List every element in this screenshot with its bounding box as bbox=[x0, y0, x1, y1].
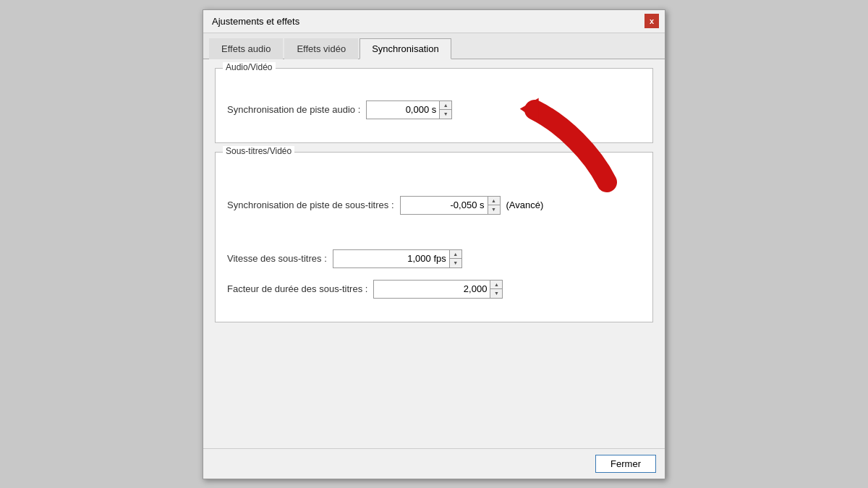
dialog-window: Ajustements et effets x Effets audio Eff… bbox=[203, 9, 665, 479]
audio-sync-spinner[interactable]: ▲ ▼ bbox=[366, 100, 452, 119]
fermer-button[interactable]: Fermer bbox=[595, 455, 656, 473]
duration-up[interactable]: ▲ bbox=[490, 281, 502, 289]
speed-label: Vitesse des sous-titres : bbox=[227, 253, 327, 264]
speed-row: Vitesse des sous-titres : ▲ ▼ bbox=[227, 249, 641, 268]
subtitle-sync-down[interactable]: ▼ bbox=[488, 205, 500, 214]
tabs-container: Effets audio Effets vidéo Synchronisatio… bbox=[203, 33, 665, 59]
audio-sync-row: Synchronisation de piste audio : ▲ ▼ bbox=[227, 100, 641, 119]
tab-effets-video[interactable]: Effets vidéo bbox=[284, 38, 358, 59]
duration-spinner-buttons: ▲ ▼ bbox=[490, 281, 502, 298]
subtitle-sync-input[interactable] bbox=[401, 198, 488, 212]
audio-video-group: Audio/Vidéo Synchronisation de piste aud… bbox=[215, 68, 653, 143]
audio-sync-spinner-buttons: ▲ ▼ bbox=[439, 101, 451, 119]
audio-video-label: Audio/Vidéo bbox=[223, 62, 276, 72]
title-bar: Ajustements et effets x bbox=[203, 10, 665, 33]
subtitle-sync-up[interactable]: ▲ bbox=[488, 197, 500, 205]
tab-content: ↺ Audio/Vidéo Synchronisation de piste a… bbox=[203, 59, 665, 448]
duration-input[interactable] bbox=[374, 282, 490, 296]
duration-label: Facteur de durée des sous-titres : bbox=[227, 283, 367, 294]
audio-sync-up[interactable]: ▲ bbox=[440, 101, 451, 110]
speed-spinner-buttons: ▲ ▼ bbox=[449, 250, 461, 267]
subtitles-video-group: Sous-titres/Vidéo Synchronisation de pis… bbox=[215, 152, 653, 322]
audio-sync-down[interactable]: ▼ bbox=[440, 110, 451, 119]
speed-spinner[interactable]: ▲ ▼ bbox=[333, 249, 462, 268]
subtitles-video-label: Sous-titres/Vidéo bbox=[223, 146, 294, 156]
dialog-footer: Fermer bbox=[203, 448, 665, 479]
duration-spinner[interactable]: ▲ ▼ bbox=[373, 280, 503, 299]
subtitle-sync-row: Synchronisation de piste de sous-titres … bbox=[227, 196, 641, 215]
dialog-title: Ajustements et effets bbox=[212, 16, 299, 27]
subtitle-sync-spinner[interactable]: ▲ ▼ bbox=[400, 196, 501, 215]
audio-sync-input[interactable] bbox=[367, 103, 439, 116]
speed-input[interactable] bbox=[333, 252, 449, 265]
speed-down[interactable]: ▼ bbox=[450, 259, 461, 267]
duration-down[interactable]: ▼ bbox=[490, 289, 502, 298]
speed-up[interactable]: ▲ bbox=[450, 250, 461, 259]
audio-sync-label: Synchronisation de piste audio : bbox=[227, 104, 360, 115]
tab-synchronisation[interactable]: Synchronisation bbox=[359, 38, 451, 59]
subtitle-sync-label: Synchronisation de piste de sous-titres … bbox=[227, 200, 394, 210]
subtitle-sync-spinner-buttons: ▲ ▼ bbox=[488, 197, 500, 214]
avance-label[interactable]: (Avancé) bbox=[506, 200, 544, 210]
duration-row: Facteur de durée des sous-titres : ▲ ▼ bbox=[227, 280, 641, 299]
close-button[interactable]: x bbox=[644, 14, 659, 28]
tab-effets-audio[interactable]: Effets audio bbox=[209, 38, 283, 59]
